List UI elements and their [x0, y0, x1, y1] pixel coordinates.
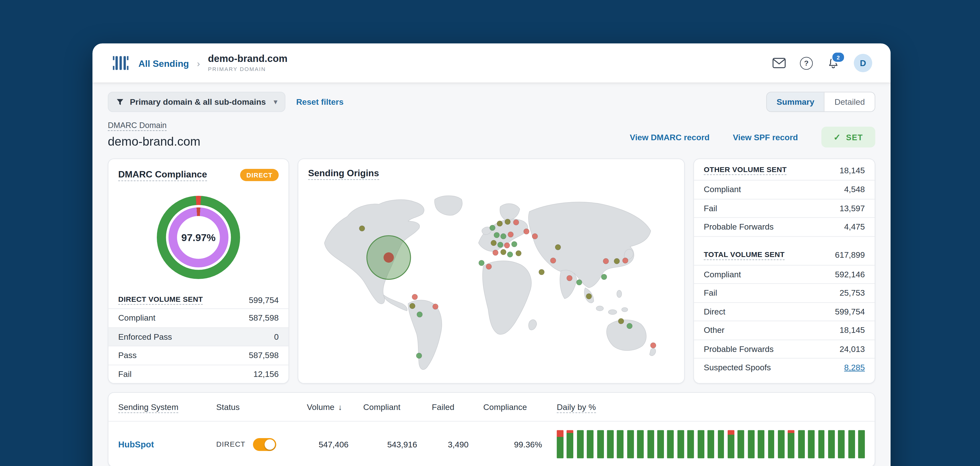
breadcrumb-current-domain: demo-brand.com PRIMARY DOMAIN — [208, 54, 287, 72]
systems-table-header: Sending System Status Volume↓ Compliant … — [108, 393, 875, 422]
status-cell: DIRECT — [216, 438, 307, 451]
row-label: Fail — [118, 369, 132, 379]
dmarc-domain-label: DMARC Domain — [108, 120, 167, 131]
page-body: Primary domain & all sub-domains ▾ Reset… — [92, 83, 891, 466]
row-value: 18,145 — [840, 326, 865, 335]
help-icon: ? — [800, 57, 813, 70]
summary-cards-row: DMARC Compliance DIRECT 97.97% DIRECT VO… — [108, 159, 875, 384]
world-map — [308, 185, 675, 376]
view-toggle: Summary Detailed — [766, 92, 875, 112]
dmarc-set-button[interactable]: ✓ SET — [821, 127, 875, 147]
funnel-icon — [116, 98, 124, 106]
row-value: 592,146 — [835, 270, 865, 279]
dmarc-set-label: SET — [846, 132, 863, 142]
table-row: Compliant 587,598 — [108, 309, 289, 328]
header-failed: Failed — [432, 403, 484, 412]
check-icon: ✓ — [834, 132, 841, 142]
table-row: Fail 25,753 — [694, 284, 875, 303]
sending-system-link[interactable]: HubSpot — [118, 439, 154, 449]
row-label: Probable Forwards — [704, 344, 774, 353]
row-label: Compliant — [704, 270, 741, 279]
direct-volume-header-row: DIRECT VOLUME SENT 599,754 — [108, 291, 289, 309]
direct-badge: DIRECT — [240, 169, 279, 181]
messages-button[interactable] — [773, 57, 786, 68]
row-label: Enforced Pass — [118, 332, 172, 341]
other-volume-label: OTHER VOLUME SENT — [704, 165, 787, 175]
direct-toggle[interactable] — [253, 438, 276, 451]
row-value: 0 — [274, 332, 279, 341]
notification-count-badge: 2 — [831, 51, 845, 63]
dmarcian-logo[interactable] — [111, 53, 130, 73]
row-label: Suspected Spoofs — [704, 363, 771, 372]
table-row: Compliant 592,146 — [694, 265, 875, 284]
table-row: Other 18,145 — [694, 321, 875, 340]
table-row: Fail 12,156 — [108, 365, 289, 383]
reset-filters-link[interactable]: Reset filters — [296, 97, 344, 107]
user-avatar[interactable]: D — [854, 54, 872, 72]
total-volume-label: TOTAL VOLUME SENT — [704, 250, 785, 260]
table-row: HubSpot DIRECT 547,406 543,916 3,490 99.… — [108, 422, 875, 466]
table-row: Compliant 4,548 — [694, 181, 875, 199]
breadcrumb-domain-type: PRIMARY DOMAIN — [208, 66, 287, 72]
section-divider-gap — [694, 236, 875, 245]
domain-heading-row: DMARC Domain demo-brand.com View DMARC r… — [108, 119, 875, 149]
other-volume-value: 18,145 — [840, 165, 865, 175]
row-value: 12,156 — [253, 369, 278, 379]
breadcrumb-separator-icon: › — [197, 58, 200, 68]
other-volume-header-row: OTHER VOLUME SENT 18,145 — [694, 160, 875, 181]
envelope-icon — [773, 57, 786, 68]
domain-filter-dropdown[interactable]: Primary domain & all sub-domains ▾ — [108, 92, 285, 112]
domain-actions: View DMARC record View SPF record ✓ SET — [630, 127, 875, 149]
header-daily-by-pct: Daily by % — [557, 403, 865, 412]
status-label: DIRECT — [216, 440, 245, 449]
row-value: 24,013 — [840, 344, 865, 353]
row-value: 4,548 — [844, 185, 865, 194]
header-volume-sort[interactable]: Volume↓ — [307, 403, 363, 412]
compliance-rows: Compliant 587,598 Enforced Pass 0 Pass 5… — [108, 309, 289, 383]
table-row: Suspected Spoofs 8,285 — [694, 358, 875, 377]
sending-origins-title: Sending Origins — [308, 168, 379, 180]
compliance-card-title: DMARC Compliance — [118, 169, 207, 181]
compliance-card-header: DMARC Compliance DIRECT — [108, 159, 289, 181]
dmarcian-logo-icon — [111, 53, 130, 73]
row-label: Fail — [704, 204, 717, 213]
total-volume-value: 617,899 — [835, 250, 865, 260]
domain-heading: DMARC Domain demo-brand.com — [108, 119, 200, 149]
row-label: Probable Forwards — [704, 222, 774, 231]
table-row: Fail 13,597 — [694, 199, 875, 218]
table-row: Probable Forwards 4,475 — [694, 218, 875, 236]
chevron-down-icon: ▾ — [274, 98, 277, 106]
view-toggle-detailed[interactable]: Detailed — [824, 92, 875, 112]
sending-origins-card: Sending Origins — [298, 159, 685, 384]
breadcrumb-all-sending[interactable]: All Sending — [138, 58, 189, 68]
breadcrumb-domain-name: demo-brand.com — [208, 54, 287, 64]
notifications-button[interactable]: 2 — [827, 56, 840, 70]
header-status: Status — [216, 403, 307, 412]
continents — [325, 196, 655, 370]
row-value: 25,753 — [840, 288, 865, 298]
compliance-donut-wrap: 97.97% — [108, 196, 289, 279]
help-button[interactable]: ? — [800, 57, 813, 70]
row-value: 13,597 — [840, 204, 865, 213]
table-row: Probable Forwards 24,013 — [694, 340, 875, 358]
header-compliance: Compliance — [484, 403, 557, 412]
screen: All Sending › demo-brand.com PRIMARY DOM… — [0, 0, 980, 466]
table-row: Direct 599,754 — [694, 303, 875, 321]
row-value: 4,475 — [844, 222, 865, 231]
view-spf-record-link[interactable]: View SPF record — [733, 132, 798, 142]
dmarc-domain-name: demo-brand.com — [108, 135, 200, 149]
row-label: Pass — [118, 351, 137, 360]
table-row: Enforced Pass 0 — [108, 328, 289, 346]
row-label: Other — [704, 326, 724, 335]
view-toggle-summary[interactable]: Summary — [767, 92, 824, 112]
row-label: Direct — [704, 307, 725, 316]
view-dmarc-record-link[interactable]: View DMARC record — [630, 132, 710, 142]
suspected-spoofs-link[interactable]: 8,285 — [844, 363, 865, 372]
direct-volume-value: 599,754 — [249, 295, 278, 304]
row-label: Compliant — [118, 314, 156, 323]
direct-volume-label: DIRECT VOLUME SENT — [118, 295, 203, 305]
sort-desc-icon: ↓ — [338, 403, 342, 412]
nav-icon-group: ? 2 D — [773, 54, 872, 72]
header-compliant: Compliant — [363, 403, 432, 412]
failed-value: 3,490 — [432, 439, 484, 449]
